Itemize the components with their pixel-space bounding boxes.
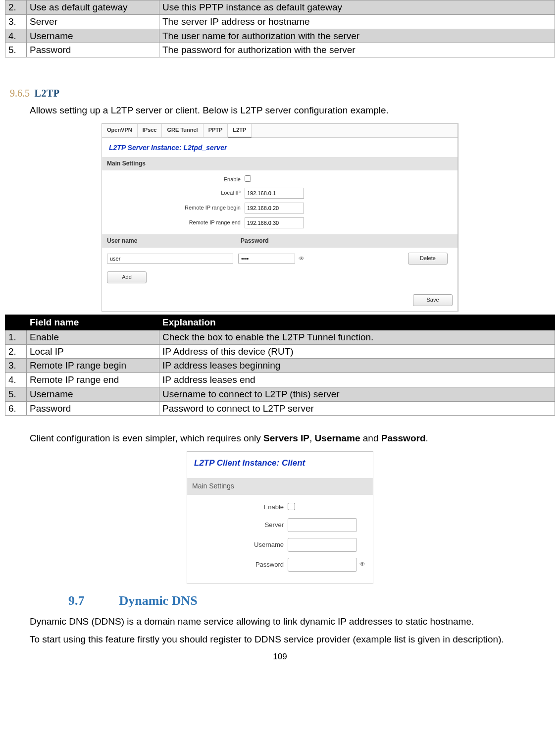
row-exp: Use this PPTP instance as default gatewa… <box>159 0 555 15</box>
table-row: 5. Password The password for authorizati… <box>5 43 555 57</box>
label-server: Server <box>187 521 288 529</box>
row-exp: Check the box to enable the L2TP Tunnel … <box>159 330 555 344</box>
tab-ipsec[interactable]: IPsec <box>138 124 162 137</box>
table-row: 4. Username The user name for authorizat… <box>5 29 555 43</box>
row-field: Remote IP range begin <box>27 359 159 373</box>
row-num: 1. <box>5 330 27 344</box>
row-num: 3. <box>5 14 27 29</box>
main-settings-bar: Main Settings <box>102 157 458 170</box>
row-exp: The password for authorization with the … <box>159 43 555 57</box>
row-exp: The user name for authorization with the… <box>159 29 555 43</box>
row-field: Password <box>27 43 159 57</box>
input-server[interactable] <box>288 518 357 532</box>
row-exp: Password to connect to L2TP server <box>159 401 555 416</box>
input-cred-pass[interactable] <box>238 254 295 264</box>
row-field: Use as default gateway <box>27 0 159 15</box>
header-field: Field name <box>27 315 159 330</box>
checkbox-enable[interactable] <box>288 503 295 510</box>
row-field: Remote IP range end <box>27 373 159 387</box>
row-field: Username <box>27 29 159 43</box>
section-heading-97: 9.7 Dynamic DNS <box>68 593 555 609</box>
row-exp: The server IP address or hostname <box>159 14 555 29</box>
row-num: 4. <box>5 29 27 43</box>
credentials-row: 👁 Delete <box>102 248 458 269</box>
table-row: 2. Use as default gateway Use this PPTP … <box>5 0 555 15</box>
main-settings-bar: Main Settings <box>187 478 373 495</box>
checkbox-enable[interactable] <box>245 175 251 182</box>
tab-l2tp[interactable]: L2TP <box>228 124 252 138</box>
label-remote-ip-begin: Remote IP range begin <box>102 205 245 212</box>
text-span: . <box>426 433 428 443</box>
bold-servers-ip: Servers IP <box>263 433 309 443</box>
header-num <box>5 315 27 330</box>
section-title: L2TP <box>35 88 60 99</box>
vpn-tabs: OpenVPN IPsec GRE Tunnel PPTP L2TP <box>102 124 458 138</box>
table-row: 2. Local IP IP Address of this device (R… <box>5 344 555 359</box>
instance-title: L2TP Client Instance: Client <box>187 452 373 478</box>
row-exp: IP address leases end <box>159 373 555 387</box>
text-span: Client configuration is even simpler, wh… <box>30 433 263 443</box>
header-user: User name <box>107 237 241 245</box>
screenshot-l2tp-client: L2TP Client Instance: Client Main Settin… <box>187 451 373 584</box>
row-field: Local IP <box>27 344 159 359</box>
row-num: 2. <box>5 344 27 359</box>
table-row: 3. Server The server IP address or hostn… <box>5 14 555 29</box>
section-title: Dynamic DNS <box>119 593 198 608</box>
credentials-header: User name Password <box>102 234 458 248</box>
row-num: 4. <box>5 373 27 387</box>
input-remote-ip-end[interactable] <box>245 217 304 228</box>
label-local-ip: Local IP <box>102 190 245 197</box>
tab-gre[interactable]: GRE Tunnel <box>162 124 203 137</box>
label-password: Password <box>187 561 288 569</box>
screenshot-l2tp-server: OpenVPN IPsec GRE Tunnel PPTP L2TP L2TP … <box>102 123 458 312</box>
save-button[interactable]: Save <box>413 294 453 306</box>
label-enable: Enable <box>102 176 245 183</box>
intro-paragraph: Allows setting up a L2TP server or clien… <box>30 105 550 116</box>
row-num: 3. <box>5 359 27 373</box>
eye-icon[interactable]: 👁 <box>298 255 305 262</box>
add-button[interactable]: Add <box>107 271 147 283</box>
row-exp: Username to connect to L2TP (this) serve… <box>159 387 555 401</box>
row-num: 2. <box>5 0 27 15</box>
row-field: Username <box>27 387 159 401</box>
input-local-ip[interactable] <box>245 188 304 199</box>
bold-username: Username <box>315 433 360 443</box>
label-enable: Enable <box>187 503 288 511</box>
row-field: Server <box>27 14 159 29</box>
row-exp: IP address leases beginning <box>159 359 555 373</box>
section-number: 9.7 <box>68 593 116 609</box>
table-row: 5. Username Username to connect to L2TP … <box>5 387 555 401</box>
section-number: 9.6.5 <box>10 88 30 99</box>
row-num: 6. <box>5 401 27 416</box>
input-cred-user[interactable] <box>107 254 233 264</box>
text-span: , <box>309 433 315 443</box>
header-pass: Password <box>241 237 269 245</box>
instance-title: L2TP Server Instance: L2tpd_server <box>102 138 458 158</box>
row-field: Enable <box>27 330 159 344</box>
label-remote-ip-end: Remote IP range end <box>102 219 245 226</box>
text-span: and <box>360 433 381 443</box>
ddns-paragraph-2: To start using this feature firstly you … <box>30 634 560 645</box>
input-password[interactable] <box>288 558 357 572</box>
client-paragraph: Client configuration is even simpler, wh… <box>30 432 550 444</box>
tab-openvpn[interactable]: OpenVPN <box>102 124 138 137</box>
table-row: 1. Enable Check the box to enable the L2… <box>5 330 555 344</box>
l2tp-server-params-table: Field name Explanation 1. Enable Check t… <box>5 315 555 416</box>
tab-pptp[interactable]: PPTP <box>204 124 228 137</box>
table-header-row: Field name Explanation <box>5 315 555 330</box>
page-number: 109 <box>5 651 555 662</box>
input-remote-ip-begin[interactable] <box>245 203 304 213</box>
table-row: 6. Password Password to connect to L2TP … <box>5 401 555 416</box>
header-exp: Explanation <box>159 315 555 330</box>
row-exp: IP Address of this device (RUT) <box>159 344 555 359</box>
table-row: 3. Remote IP range begin IP address leas… <box>5 359 555 373</box>
eye-icon[interactable]: 👁 <box>359 561 366 568</box>
table-row: 4. Remote IP range end IP address leases… <box>5 373 555 387</box>
pptp-params-table-fragment: 2. Use as default gateway Use this PPTP … <box>5 0 555 57</box>
input-username[interactable] <box>288 538 357 552</box>
delete-button[interactable]: Delete <box>408 253 448 265</box>
label-username: Username <box>187 541 288 549</box>
ddns-paragraph-1: Dynamic DNS (DDNS) is a domain name serv… <box>30 616 560 628</box>
section-heading-965: 9.6.5 L2TP <box>10 87 555 100</box>
row-num: 5. <box>5 43 27 57</box>
